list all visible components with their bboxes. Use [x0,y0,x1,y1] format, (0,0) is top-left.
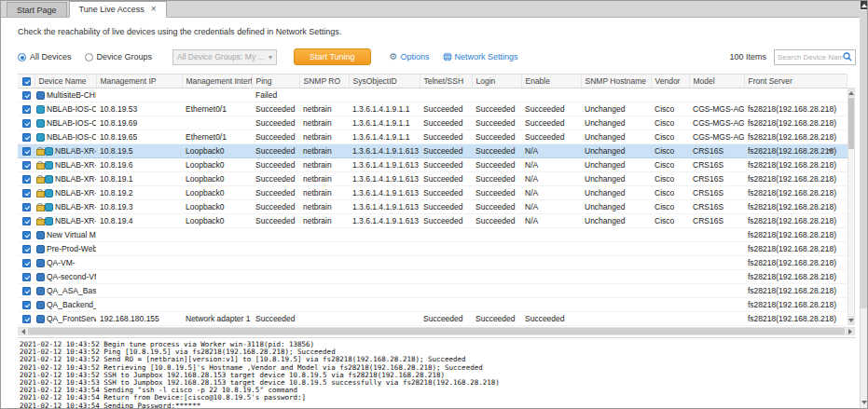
col-ping[interactable]: Ping [252,75,299,89]
device-group-select[interactable]: All Device Groups: My ... ▾ [172,49,277,65]
col-enable[interactable]: Enable [521,75,581,89]
col-telnet-ssh[interactable]: Telnet/SSH [420,75,472,89]
page-scroll-thumb[interactable] [861,10,867,308]
cell-telnet-ssh: Succeeded [420,172,472,186]
cell-model: CGS-MGS-AGS [689,116,744,130]
row-checkbox[interactable] [22,91,31,100]
radio-device-groups[interactable]: Device Groups [85,52,153,61]
device-row[interactable]: QA_Backend_srvfs28218(192.168.28.218) [18,298,847,312]
device-row[interactable]: NBLAB-XR-PE10.8.19.4Loopback0Succeededne… [18,214,847,228]
row-checkbox[interactable] [22,259,31,267]
table-horizontal-scrollbar[interactable] [18,327,855,335]
cell-ip: 10.8.19.5 [96,144,182,158]
col-model[interactable]: Model [689,75,744,89]
col-management-ip[interactable]: Management IP [96,75,182,89]
cell-iface [182,270,252,284]
device-name: NBLAB-IOS-CE1 [47,104,96,114]
cell-sysobjectid [349,270,420,284]
cell-ping [252,242,299,256]
col-snmp-hostname[interactable]: SNMP Hostname [581,75,651,89]
device-row[interactable]: NBLAB-XR-PE10.8.19.1Loopback0Succeededne… [18,172,847,186]
row-checkbox[interactable] [22,245,31,253]
device-name: QA_ASA_Basic [47,286,96,295]
row-checkbox[interactable] [22,287,31,295]
device-row[interactable]: QA-second-VMfs28218(192.168.28.218) [18,270,847,284]
cell-ip [96,270,182,284]
scroll-down-icon[interactable] [848,316,854,324]
col-vendor[interactable]: Vendor [651,75,689,89]
radio-all-devices[interactable]: All Devices [18,52,72,61]
cell-front-server: fs28218(192.168.28.218) [744,116,847,130]
cell-iface: Loopback0 [182,144,252,158]
search-input[interactable] [778,53,843,61]
row-checkbox[interactable] [22,189,31,198]
row-checkbox[interactable] [22,203,31,211]
row-checkbox[interactable] [22,315,31,323]
scroll-up-icon[interactable] [848,89,854,97]
cell-snmp-ro: netbrain [299,144,349,158]
device-row[interactable]: MultisiteB-CHI-WFailed [18,89,847,102]
horizontal-scroll-thumb[interactable] [28,328,845,334]
col-front-server[interactable]: Front Server [744,75,847,89]
row-checkbox[interactable] [22,301,31,309]
cell-snmp-ro: netbrain [299,116,349,130]
scroll-right-icon[interactable] [846,328,854,334]
cell-snmp-hostname: Unchanged [581,116,651,130]
cell-ping: Succeeded [252,186,299,200]
cell-enable: N/A [521,172,581,186]
row-checkbox[interactable] [22,147,31,156]
vertical-scroll-thumb[interactable] [848,98,854,149]
tab-tune-live-access[interactable]: Tune Live Access × [69,1,167,18]
col-snmp-ro[interactable]: SNMP RO [299,75,349,89]
row-checkbox[interactable] [22,105,31,114]
page-vertical-scrollbar[interactable] [860,1,867,409]
device-row[interactable]: NBLAB-IOS-CE110.8.19.53Ethernet0/1Succee… [18,102,847,116]
tab-start-page[interactable]: Start Page [7,2,67,17]
row-checkbox[interactable] [22,175,31,184]
cell-telnet-ssh [420,298,472,312]
start-tuning-button[interactable]: Start Tuning [294,48,371,65]
cell-snmp-hostname [581,256,651,270]
col-login[interactable]: Login [472,75,521,89]
cell-telnet-ssh [420,256,472,270]
device-row[interactable]: New Virtual Maclfs28218(192.168.28.218) [18,228,847,242]
device-row[interactable]: NBLAB-XR-PE10.8.19.3Loopback0Succeededne… [18,200,847,214]
device-row[interactable]: NBLAB-IOS-CE210.8.19.69Succeedednetbrain… [18,116,847,130]
col-device-name[interactable]: Device Name [34,75,96,89]
device-row[interactable]: NBLAB-XR-PE10.8.19.2Loopback0Succeededne… [18,186,847,200]
search-icon[interactable] [843,52,852,61]
col-sysobjectid[interactable]: SysObjectID [349,75,420,89]
cell-iface: Loopback0 [182,186,252,200]
cell-enable [521,228,581,242]
cell-telnet-ssh: Succeeded [420,186,472,200]
options-link[interactable]: ⚙ Options [390,52,430,61]
device-row[interactable]: Pre-Prod-Web1fs28218(192.168.28.218) [18,242,847,256]
device-row[interactable]: QA_ASA_Basicfs28218(192.168.28.218) [18,284,847,298]
cell-sysobjectid: 1.3.6.1.4.1.9.1.613 [349,214,420,228]
lock-icon [36,203,43,211]
device-name: New Virtual Macl [47,230,96,239]
cell-model [689,89,744,102]
device-row[interactable]: NBLAB-XR-P110.8.19.5Loopback0Succeededne… [18,144,847,158]
device-row[interactable]: NBLAB-XR-P210.8.19.6Loopback0Succeededne… [18,158,847,172]
row-expander-icon[interactable] [827,149,834,153]
table-vertical-scrollbar[interactable] [847,88,855,325]
close-tab-icon[interactable]: × [151,6,157,13]
col-management-interface[interactable]: Management Interface ... [182,75,252,89]
select-all-checkbox[interactable] [22,77,31,86]
row-checkbox[interactable] [22,161,31,170]
row-checkbox[interactable] [22,231,31,239]
device-row[interactable]: QA-VM-fs28218(192.168.28.218) [18,256,847,270]
row-checkbox[interactable] [22,217,31,225]
row-checkbox[interactable] [22,119,31,128]
row-checkbox[interactable] [22,273,31,281]
page-scroll-down-icon[interactable] [861,398,867,406]
cell-ip: 10.8.19.69 [96,116,182,130]
row-checkbox[interactable] [22,133,31,142]
device-row[interactable]: QA_FrontServer_192.168.180.155Network ad… [18,312,847,326]
network-settings-link[interactable]: Network Settings [443,52,518,61]
device-name: NBLAB-XR-PE [55,202,96,211]
scroll-left-icon[interactable] [19,328,27,334]
page-scroll-up-icon[interactable] [861,1,867,9]
device-row[interactable]: NBLAB-IOS-CE310.8.19.65Ethernet0/1Succee… [18,130,847,144]
